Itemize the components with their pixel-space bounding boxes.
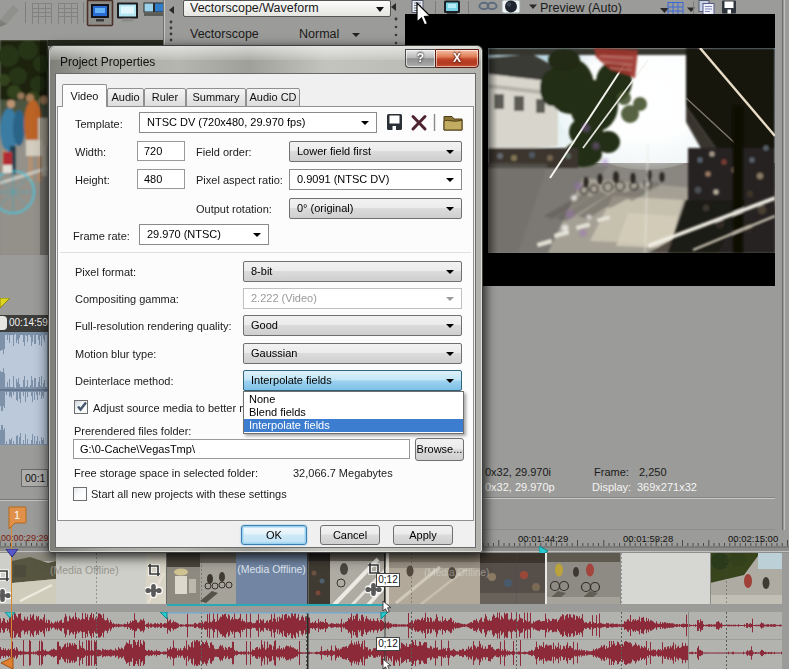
svg-text:1: 1	[14, 509, 20, 521]
